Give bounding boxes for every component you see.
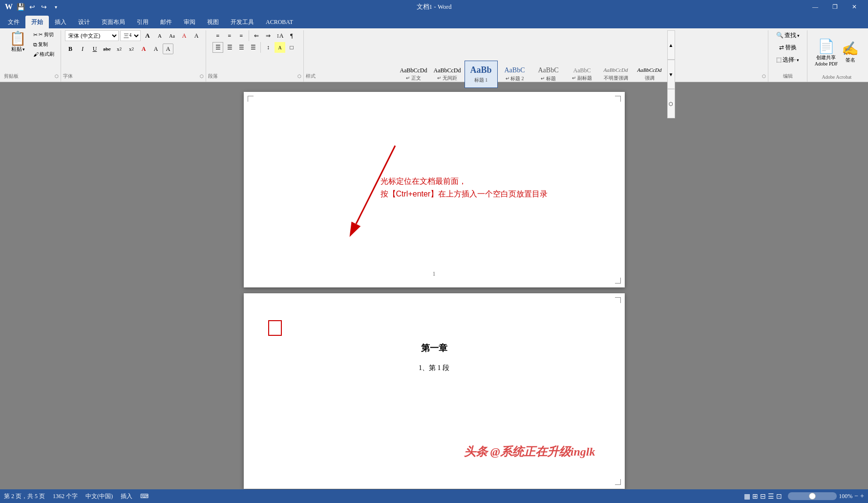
shading-button[interactable]: A [275, 42, 285, 53]
annotation-line1: 光标定位在文档最前面， [381, 175, 548, 188]
justify-button[interactable]: ☰ [248, 42, 258, 53]
align-right-button[interactable]: ☰ [236, 42, 247, 53]
restore-button[interactable]: ❐ [825, 0, 845, 14]
customize-quick-access[interactable]: ▾ [51, 2, 61, 12]
line-spacing-button[interactable]: ↕ [263, 42, 274, 53]
format-painter-button[interactable]: 🖌 格式刷 [31, 50, 57, 59]
copy-icon: ⧉ [33, 42, 37, 48]
ribbon-group-editing: 🔍 查找 ▾ ⇄ 替换 ⬚ 选择· ▾ 编辑 [768, 30, 807, 82]
tab-mailings[interactable]: 邮件 [154, 16, 178, 28]
tab-home[interactable]: 开始 [25, 16, 49, 28]
select-icon: ⬚ [776, 56, 782, 64]
underline-button[interactable]: U [89, 44, 100, 54]
multilevel-list-button[interactable]: ≡ [236, 30, 247, 41]
tab-view[interactable]: 视图 [201, 16, 225, 28]
redo-button[interactable]: ↪ [39, 2, 49, 12]
draft-btn[interactable]: ⊡ [776, 492, 782, 501]
chapter-title[interactable]: 第一章 [268, 342, 600, 354]
paste-button[interactable]: 📋 粘贴 ▾ [6, 30, 30, 54]
cursor-indicator [268, 320, 282, 336]
create-pdf-button[interactable]: 📄 创建共享Adobe PDF [815, 38, 838, 66]
highlight-button[interactable]: A [150, 44, 161, 54]
ribbon-group-font: 宋体 (中文正) 三号 A A Aa A A B I U abc x2 x2 [61, 30, 206, 82]
tab-developer[interactable]: 开发工具 [225, 16, 260, 28]
word-icon: W [4, 2, 14, 12]
document-area[interactable]: 光标定位在文档最前面， 按【Ctrl+enter】在上方插入一个空白页放置目录 … [0, 82, 868, 489]
tab-file[interactable]: 文件 [2, 16, 25, 28]
decrease-indent-button[interactable]: ⇐ [251, 30, 262, 41]
styles-expand-btn[interactable]: ⬡ [762, 74, 766, 79]
word-count: 1362 个字 [53, 492, 78, 501]
font-size-select[interactable]: 三号 [120, 30, 141, 41]
font-color-button[interactable]: A [138, 44, 149, 54]
sign-button[interactable]: ✍ 签名 [842, 41, 859, 64]
outline-btn[interactable]: ☰ [768, 492, 774, 501]
ribbon: 📋 粘贴 ▾ ✂ ✂ 剪切 ⧉ 复制 🖌 格式刷 [0, 28, 868, 82]
tab-acrobat[interactable]: ACROBAT [260, 16, 299, 28]
full-reading-btn[interactable]: ⊞ [752, 492, 758, 501]
strikethrough-button[interactable]: abc [102, 44, 112, 54]
cut-button[interactable]: ✂ ✂ 剪切 [31, 30, 57, 39]
clear-format-button[interactable]: A [191, 30, 202, 41]
tab-references[interactable]: 引用 [131, 16, 154, 28]
find-icon: 🔍 [776, 32, 783, 39]
undo-button[interactable]: ↩ [27, 2, 37, 12]
numbered-list-button[interactable]: ≡ [224, 30, 235, 41]
find-dropdown[interactable]: ▾ [797, 33, 800, 38]
print-layout-btn[interactable]: ▦ [744, 492, 750, 501]
italic-button[interactable]: I [77, 44, 88, 54]
superscript-button[interactable]: x2 [126, 44, 137, 54]
increase-indent-button[interactable]: ⇒ [263, 30, 274, 41]
show-marks-button[interactable]: ¶ [286, 30, 297, 41]
align-center-button[interactable]: ☰ [224, 42, 235, 53]
font-name-select[interactable]: 宋体 (中文正) [65, 30, 119, 41]
subscript-button[interactable]: x2 [114, 44, 125, 54]
clipboard-expand[interactable]: ⬡ [55, 74, 59, 79]
styles-expand[interactable]: ⬡ [667, 89, 675, 118]
tab-review[interactable]: 审阅 [178, 16, 201, 28]
minimize-button[interactable]: — [805, 0, 825, 14]
copy-button[interactable]: ⧉ 复制 [31, 40, 57, 49]
tab-layout[interactable]: 页面布局 [96, 16, 131, 28]
cut-label: ✂ 剪切 [39, 31, 54, 38]
borders-button[interactable]: □ [286, 42, 297, 53]
find-label: 查找 [784, 31, 796, 40]
chapter-section-text[interactable]: 1、第 1 段 [268, 364, 600, 372]
paragraph-expand[interactable]: ⬡ [297, 74, 301, 79]
paste-dropdown-icon[interactable]: ▾ [22, 47, 25, 52]
styles-scroll-up[interactable]: ▲ [667, 30, 675, 60]
font-expand[interactable]: ⬡ [200, 74, 204, 79]
find-button[interactable]: 🔍 查找 ▾ [774, 30, 802, 41]
ribbon-tabs: 文件 开始 插入 设计 页面布局 引用 邮件 审阅 视图 开发工具 ACROBA… [0, 14, 868, 28]
bullet-list-button[interactable]: ≡ [212, 30, 223, 41]
select-button[interactable]: ⬚ 选择· ▾ [774, 55, 802, 65]
format-painter-label: 格式刷 [40, 51, 54, 58]
tab-design[interactable]: 设计 [72, 16, 96, 28]
divider [249, 30, 249, 41]
text-effect-button[interactable]: A [163, 44, 173, 54]
zoom-in-btn[interactable]: + [860, 492, 864, 500]
paste-label: 粘贴 [11, 45, 22, 53]
select-dropdown[interactable]: ▾ [797, 58, 799, 63]
font-case-button[interactable]: Aa [167, 30, 177, 41]
font-grow-button[interactable]: A [142, 30, 153, 41]
text-highlight-button[interactable]: A [179, 30, 190, 41]
page-2[interactable]: 第一章 1、第 1 段 头条 @系统正在升级inglk [244, 293, 625, 489]
web-layout-btn[interactable]: ⊟ [760, 492, 766, 501]
sort-button[interactable]: ↕A [275, 30, 285, 41]
ribbon-group-acrobat: 📄 创建共享Adobe PDF ✍ 签名 Adobe Acrobat [807, 30, 866, 82]
save-button[interactable]: 💾 [16, 2, 25, 12]
insert-mode: 插入 [121, 492, 132, 501]
font-shrink-button[interactable]: A [154, 30, 165, 41]
sign-icon: ✍ [842, 41, 859, 57]
format-painter-icon: 🖌 [33, 51, 39, 57]
replace-button[interactable]: ⇄ 替换 [777, 43, 799, 53]
zoom-out-btn[interactable]: − [854, 492, 858, 500]
align-left-button[interactable]: ☰ [212, 42, 223, 53]
zoom-slider[interactable] [788, 492, 837, 500]
window-controls: — ❐ ✕ [805, 0, 864, 14]
bold-button[interactable]: B [65, 44, 76, 54]
replace-icon: ⇄ [779, 44, 784, 51]
tab-insert[interactable]: 插入 [49, 16, 72, 28]
close-button[interactable]: ✕ [845, 0, 864, 14]
